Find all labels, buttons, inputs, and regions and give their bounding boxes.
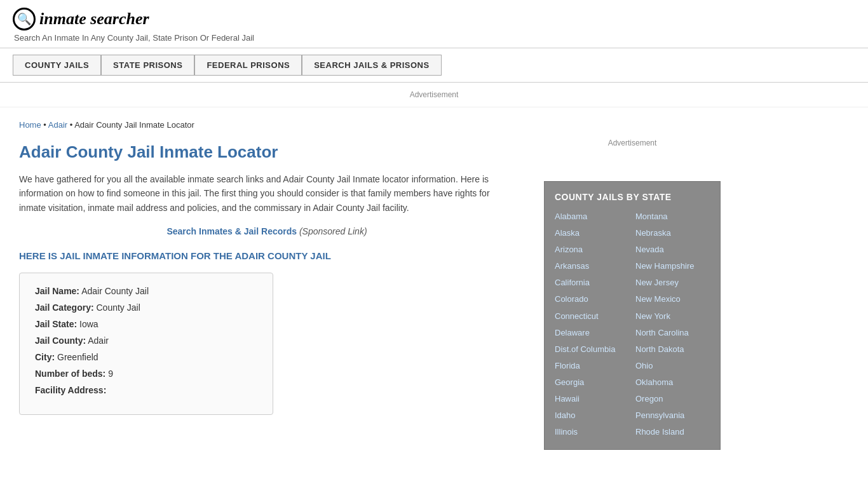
breadcrumb-adair-link[interactable]: Adair [48,120,67,130]
state-link[interactable]: Oregon [635,392,710,406]
info-value-name: Adair County Jail [81,286,149,296]
state-link[interactable]: New Mexico [635,292,710,306]
state-link[interactable]: New York [635,309,710,323]
info-row-state: Jail State: Iowa [35,319,257,329]
info-label-city: City: [35,352,55,362]
info-value-state: Iowa [79,319,98,329]
state-link[interactable]: Hawaii [555,392,629,406]
state-link[interactable]: Delaware [555,326,629,340]
federal-prisons-nav[interactable]: FEDERAL PRISONS [194,55,302,76]
state-col-left: AlabamaAlaskaArizonaArkansasCaliforniaCo… [555,210,629,439]
info-label-address: Facility Address: [35,385,106,395]
state-link[interactable]: Alabama [555,210,629,224]
state-link[interactable]: Georgia [555,376,629,390]
info-label-name: Jail Name: [35,286,79,296]
info-row-county: Jail County: Adair [35,336,257,346]
info-label-county: Jail County: [35,336,86,346]
breadcrumb-home-link[interactable]: Home [19,120,41,130]
breadcrumb: Home • Adair • Adair County Jail Inmate … [19,120,515,130]
section-heading: HERE IS JAIL INMATE INFORMATION FOR THE … [19,250,515,261]
info-row-city: City: Greenfield [35,352,257,362]
state-link[interactable]: Ohio [635,359,710,373]
state-columns: AlabamaAlaskaArizonaArkansasCaliforniaCo… [555,210,710,439]
sponsored-suffix: (Sponsored Link) [299,226,367,236]
state-link[interactable]: Connecticut [555,309,629,323]
sponsored-link-area: Search Inmates & Jail Records (Sponsored… [19,226,515,236]
description-text: We have gathered for you all the availab… [19,172,515,215]
info-value-beds: 9 [108,369,113,379]
search-jails-nav[interactable]: SEARCH JAILS & PRISONS [302,55,441,76]
info-value-city: Greenfield [57,352,98,362]
state-link[interactable]: Arkansas [555,259,629,273]
logo-area: 🔍 inmate searcher [13,8,855,30]
county-jails-nav[interactable]: COUNTY JAILS [13,55,101,76]
ad-banner-top: Advertisement [0,83,868,107]
state-link[interactable]: Arizona [555,243,629,257]
site-header: 🔍 inmate searcher Search An Inmate In An… [0,0,868,48]
tagline: Search An Inmate In Any County Jail, Sta… [14,33,855,43]
info-row-beds: Number of beds: 9 [35,369,257,379]
state-col-right: MontanaNebraskaNevadaNew HampshireNew Je… [635,210,710,439]
info-row-address: Facility Address: [35,385,257,395]
info-label-beds: Number of beds: [35,369,105,379]
breadcrumb-current: Adair County Jail Inmate Locator [74,120,194,130]
logo-text: inmate searcher [39,10,149,29]
state-link[interactable]: Illinois [555,425,629,439]
nav-bar: COUNTY JAILS STATE PRISONS FEDERAL PRISO… [0,48,868,83]
state-link[interactable]: Idaho [555,409,629,423]
state-link[interactable]: Dist.of Columbia [555,342,629,356]
state-link[interactable]: Nevada [635,243,710,257]
main-content: Home • Adair • Adair County Jail Inmate … [0,107,534,460]
state-box-title: COUNTY JAILS BY STATE [555,192,710,202]
info-value-county: Adair [88,336,109,346]
state-link[interactable]: Florida [555,359,629,373]
logo-icon: 🔍 [13,8,36,30]
info-label-state: Jail State: [35,319,77,329]
state-link[interactable]: New Jersey [635,276,710,290]
info-row-category: Jail Category: County Jail [35,302,257,313]
main-layout: Home • Adair • Adair County Jail Inmate … [0,107,868,460]
state-link[interactable]: North Carolina [635,326,710,340]
sidebar: Advertisement COUNTY JAILS BY STATE Alab… [534,107,731,460]
jail-info-box: Jail Name: Adair County Jail Jail Catego… [19,273,273,415]
state-link[interactable]: Pennsylvania [635,409,710,423]
page-title: Adair County Jail Inmate Locator [19,142,515,162]
state-link[interactable]: Colorado [555,292,629,306]
state-link[interactable]: Alaska [555,226,629,240]
info-label-category: Jail Category: [35,302,94,313]
state-link[interactable]: Montana [635,210,710,224]
info-value-category: County Jail [96,302,140,313]
info-row-name: Jail Name: Adair County Jail [35,286,257,296]
state-link[interactable]: Nebraska [635,226,710,240]
state-link[interactable]: Oklahoma [635,376,710,390]
state-prisons-nav[interactable]: STATE PRISONS [101,55,194,76]
state-link[interactable]: Rhode Island [635,425,710,439]
ad-sidebar: Advertisement [544,118,721,168]
state-link[interactable]: California [555,276,629,290]
state-link[interactable]: New Hampshire [635,259,710,273]
state-link[interactable]: North Dakota [635,342,710,356]
state-box: COUNTY JAILS BY STATE AlabamaAlaskaArizo… [544,181,721,450]
sponsored-link[interactable]: Search Inmates & Jail Records [166,226,297,236]
